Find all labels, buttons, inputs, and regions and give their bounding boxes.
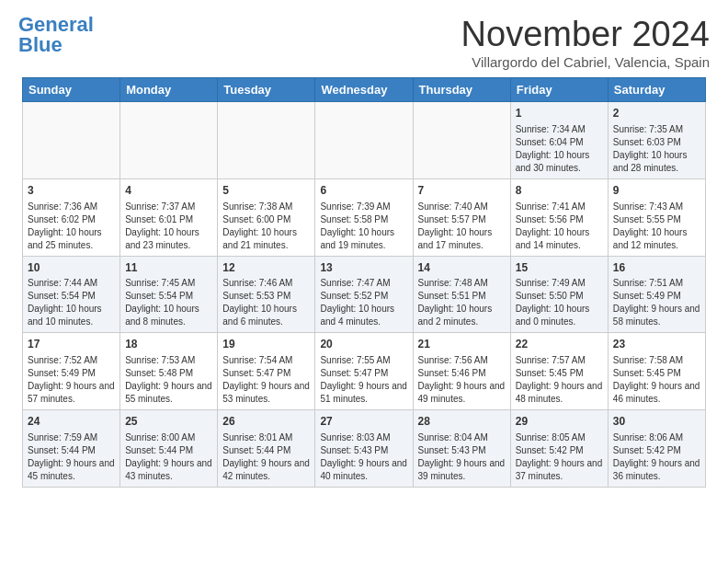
day-number: 17 bbox=[28, 337, 115, 352]
day-number: 23 bbox=[613, 337, 700, 352]
day-number: 16 bbox=[613, 260, 700, 276]
calendar-cell: 25Sunrise: 8:00 AM Sunset: 5:44 PM Dayli… bbox=[120, 410, 218, 488]
calendar-cell bbox=[120, 102, 218, 179]
calendar-cell: 29Sunrise: 8:05 AM Sunset: 5:42 PM Dayli… bbox=[510, 410, 608, 488]
header-right: November 2024 Villargordo del Cabriel, V… bbox=[461, 15, 710, 70]
day-info: Sunrise: 7:37 AM Sunset: 6:01 PM Dayligh… bbox=[125, 201, 212, 252]
calendar-cell: 11Sunrise: 7:45 AM Sunset: 5:54 PM Dayli… bbox=[120, 256, 218, 333]
day-info: Sunrise: 7:43 AM Sunset: 5:55 PM Dayligh… bbox=[613, 201, 700, 252]
calendar-cell bbox=[413, 102, 510, 179]
day-number: 5 bbox=[222, 183, 310, 199]
calendar-cell: 5Sunrise: 7:38 AM Sunset: 6:00 PM Daylig… bbox=[218, 178, 315, 256]
day-info: Sunrise: 8:00 AM Sunset: 5:44 PM Dayligh… bbox=[125, 431, 212, 483]
calendar-cell: 4Sunrise: 7:37 AM Sunset: 6:01 PM Daylig… bbox=[120, 178, 218, 256]
calendar-cell bbox=[218, 102, 315, 179]
logo-blue: Blue bbox=[18, 33, 63, 56]
day-info: Sunrise: 7:54 AM Sunset: 5:47 PM Dayligh… bbox=[222, 354, 310, 406]
day-number: 28 bbox=[418, 414, 506, 430]
day-info: Sunrise: 7:52 AM Sunset: 5:49 PM Dayligh… bbox=[28, 354, 115, 406]
day-info: Sunrise: 7:34 AM Sunset: 6:04 PM Dayligh… bbox=[516, 123, 603, 175]
calendar-cell: 8Sunrise: 7:41 AM Sunset: 5:56 PM Daylig… bbox=[510, 178, 608, 256]
day-info: Sunrise: 7:35 AM Sunset: 6:03 PM Dayligh… bbox=[613, 123, 700, 175]
calendar-cell: 16Sunrise: 7:51 AM Sunset: 5:49 PM Dayli… bbox=[608, 256, 705, 333]
day-info: Sunrise: 7:58 AM Sunset: 5:45 PM Dayligh… bbox=[613, 354, 700, 406]
day-info: Sunrise: 8:04 AM Sunset: 5:43 PM Dayligh… bbox=[418, 431, 506, 483]
day-of-week-header: Saturday bbox=[608, 78, 705, 102]
day-number: 2 bbox=[613, 106, 700, 121]
day-number: 24 bbox=[28, 414, 115, 430]
calendar-cell: 24Sunrise: 7:59 AM Sunset: 5:44 PM Dayli… bbox=[23, 410, 120, 488]
day-info: Sunrise: 7:51 AM Sunset: 5:49 PM Dayligh… bbox=[613, 277, 700, 328]
day-of-week-header: Thursday bbox=[413, 78, 510, 102]
day-info: Sunrise: 8:06 AM Sunset: 5:42 PM Dayligh… bbox=[613, 431, 700, 483]
calendar-cell: 27Sunrise: 8:03 AM Sunset: 5:43 PM Dayli… bbox=[315, 410, 413, 488]
calendar-cell: 15Sunrise: 7:49 AM Sunset: 5:50 PM Dayli… bbox=[510, 256, 608, 333]
month-title: November 2024 bbox=[461, 15, 710, 54]
calendar-cell: 21Sunrise: 7:56 AM Sunset: 5:46 PM Dayli… bbox=[413, 333, 510, 410]
day-number: 14 bbox=[418, 260, 506, 276]
day-info: Sunrise: 7:40 AM Sunset: 5:57 PM Dayligh… bbox=[418, 201, 506, 252]
day-number: 12 bbox=[222, 260, 310, 276]
calendar-week-row: 3Sunrise: 7:36 AM Sunset: 6:02 PM Daylig… bbox=[23, 178, 706, 256]
calendar-cell: 2Sunrise: 7:35 AM Sunset: 6:03 PM Daylig… bbox=[608, 102, 705, 179]
calendar-cell: 20Sunrise: 7:55 AM Sunset: 5:47 PM Dayli… bbox=[315, 333, 413, 410]
day-of-week-header: Friday bbox=[510, 78, 608, 102]
calendar-cell: 19Sunrise: 7:54 AM Sunset: 5:47 PM Dayli… bbox=[218, 333, 315, 410]
day-info: Sunrise: 7:38 AM Sunset: 6:00 PM Dayligh… bbox=[222, 201, 310, 252]
day-info: Sunrise: 7:44 AM Sunset: 5:54 PM Dayligh… bbox=[28, 277, 115, 328]
day-info: Sunrise: 8:05 AM Sunset: 5:42 PM Dayligh… bbox=[516, 431, 603, 483]
calendar-cell: 14Sunrise: 7:48 AM Sunset: 5:51 PM Dayli… bbox=[413, 256, 510, 333]
day-info: Sunrise: 7:59 AM Sunset: 5:44 PM Dayligh… bbox=[28, 431, 115, 483]
day-info: Sunrise: 7:57 AM Sunset: 5:45 PM Dayligh… bbox=[516, 354, 603, 406]
day-number: 15 bbox=[516, 260, 603, 276]
calendar-header-row: SundayMondayTuesdayWednesdayThursdayFrid… bbox=[23, 78, 706, 102]
calendar-cell: 1Sunrise: 7:34 AM Sunset: 6:04 PM Daylig… bbox=[510, 102, 608, 179]
day-number: 22 bbox=[516, 337, 603, 352]
day-number: 26 bbox=[222, 414, 310, 430]
calendar-cell: 13Sunrise: 7:47 AM Sunset: 5:52 PM Dayli… bbox=[315, 256, 413, 333]
calendar-week-row: 10Sunrise: 7:44 AM Sunset: 5:54 PM Dayli… bbox=[23, 256, 706, 333]
day-number: 10 bbox=[28, 260, 115, 276]
calendar-cell: 23Sunrise: 7:58 AM Sunset: 5:45 PM Dayli… bbox=[608, 333, 705, 410]
calendar-cell: 9Sunrise: 7:43 AM Sunset: 5:55 PM Daylig… bbox=[608, 178, 705, 256]
day-number: 18 bbox=[125, 337, 212, 352]
calendar-cell: 28Sunrise: 8:04 AM Sunset: 5:43 PM Dayli… bbox=[413, 410, 510, 488]
page-header: General Blue November 2024 Villargordo d… bbox=[0, 0, 728, 77]
day-info: Sunrise: 8:03 AM Sunset: 5:43 PM Dayligh… bbox=[320, 431, 407, 483]
day-number: 4 bbox=[125, 183, 212, 199]
day-number: 6 bbox=[320, 183, 407, 199]
calendar-cell: 30Sunrise: 8:06 AM Sunset: 5:42 PM Dayli… bbox=[608, 410, 705, 488]
day-of-week-header: Tuesday bbox=[218, 78, 315, 102]
day-number: 11 bbox=[125, 260, 212, 276]
day-number: 7 bbox=[418, 183, 506, 199]
day-info: Sunrise: 7:48 AM Sunset: 5:51 PM Dayligh… bbox=[418, 277, 506, 328]
logo: General Blue bbox=[18, 15, 94, 55]
calendar-cell bbox=[23, 102, 120, 179]
calendar-table: SundayMondayTuesdayWednesdayThursdayFrid… bbox=[22, 77, 706, 488]
calendar-cell: 18Sunrise: 7:53 AM Sunset: 5:48 PM Dayli… bbox=[120, 333, 218, 410]
day-info: Sunrise: 7:53 AM Sunset: 5:48 PM Dayligh… bbox=[125, 354, 212, 406]
day-number: 19 bbox=[222, 337, 310, 352]
calendar-cell: 22Sunrise: 7:57 AM Sunset: 5:45 PM Dayli… bbox=[510, 333, 608, 410]
day-of-week-header: Wednesday bbox=[315, 78, 413, 102]
calendar-cell: 3Sunrise: 7:36 AM Sunset: 6:02 PM Daylig… bbox=[23, 178, 120, 256]
calendar-week-row: 17Sunrise: 7:52 AM Sunset: 5:49 PM Dayli… bbox=[23, 333, 706, 410]
day-of-week-header: Sunday bbox=[23, 78, 120, 102]
day-info: Sunrise: 7:41 AM Sunset: 5:56 PM Dayligh… bbox=[516, 201, 603, 252]
calendar-cell bbox=[315, 102, 413, 179]
day-info: Sunrise: 7:55 AM Sunset: 5:47 PM Dayligh… bbox=[320, 354, 407, 406]
day-number: 8 bbox=[516, 183, 603, 199]
day-number: 21 bbox=[418, 337, 506, 352]
day-info: Sunrise: 7:46 AM Sunset: 5:53 PM Dayligh… bbox=[222, 277, 310, 328]
day-info: Sunrise: 7:56 AM Sunset: 5:46 PM Dayligh… bbox=[418, 354, 506, 406]
day-number: 20 bbox=[320, 337, 407, 352]
day-info: Sunrise: 7:36 AM Sunset: 6:02 PM Dayligh… bbox=[28, 201, 115, 252]
day-info: Sunrise: 8:01 AM Sunset: 5:44 PM Dayligh… bbox=[222, 431, 310, 483]
day-number: 30 bbox=[613, 414, 700, 430]
calendar-cell: 10Sunrise: 7:44 AM Sunset: 5:54 PM Dayli… bbox=[23, 256, 120, 333]
day-info: Sunrise: 7:49 AM Sunset: 5:50 PM Dayligh… bbox=[516, 277, 603, 328]
day-number: 29 bbox=[516, 414, 603, 430]
day-number: 25 bbox=[125, 414, 212, 430]
location: Villargordo del Cabriel, Valencia, Spain bbox=[461, 54, 710, 70]
logo-text: General Blue bbox=[18, 15, 94, 55]
